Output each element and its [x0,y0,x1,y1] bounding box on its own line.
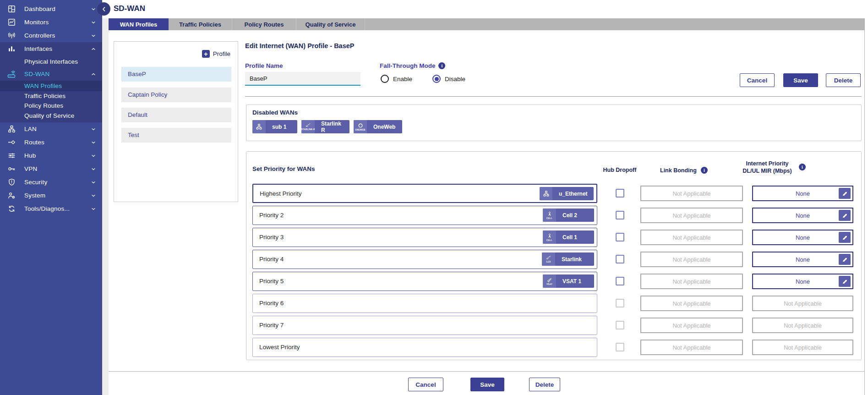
sidebar-item-label: Security [24,179,47,186]
tab-wan-profiles[interactable]: WAN Profiles [109,18,169,30]
edit-icon[interactable] [839,188,851,199]
sidebar-item-label: Controllers [24,32,55,39]
sidebar-item-interfaces[interactable]: Interfaces [0,42,102,55]
sidebar-item-label: Quality of Service [24,112,74,119]
info-icon[interactable] [799,164,806,170]
info-icon[interactable] [701,167,708,174]
edit-icon[interactable] [839,232,851,243]
sidebar-item-sdwan[interactable]: SD-WAN [0,67,102,81]
tab-quality-of-service[interactable]: Quality of Service [296,18,365,30]
sidebar-item-traffic-policies[interactable]: Traffic Policies [0,91,102,101]
tab-label: WAN Profiles [120,21,158,28]
cell-icon: CELL [543,230,556,244]
collapse-sidebar-button[interactable] [97,2,110,16]
wan-chip-u-ethernet[interactable]: u_Ethernet [540,187,594,200]
tab-label: Policy Routes [245,21,284,28]
priority-slot[interactable]: Priority 4 LEO Starlink [252,250,597,269]
profile-list-item[interactable]: Default [121,108,231,122]
internet-priority-field[interactable]: None [752,252,853,267]
tab-label: Quality of Service [306,21,356,28]
content-right-border [864,18,865,395]
chevron-down-icon [91,166,97,172]
page-title: SD-WAN [114,4,145,13]
priority-slot[interactable]: Lowest Priority [252,338,597,357]
editor-title: Edit Internet (WAN) Profile - BaseP [245,42,354,49]
plus-icon [202,50,210,58]
tools-diagnostics-icon [7,204,16,214]
wan-chip-starlink-r[interactable]: STARLINK-R Starlink R [301,120,349,133]
priority-row-4: Priority 4 LEO Starlink Not Applicable N… [246,250,861,269]
sidebar-item-tools-diagnostics[interactable]: Tools/Diagnos... [0,202,102,215]
profile-list-item[interactable]: BaseP [121,67,231,82]
sidebar-item-routes[interactable]: Routes [0,136,102,149]
ethernet-icon [252,120,266,133]
save-button-bottom[interactable]: Save [470,378,504,391]
hub-dropoff-checkbox[interactable] [616,211,624,219]
priority-slot[interactable]: Priority 2 CELL Cell 2 [252,206,597,225]
sidebar-item-monitors[interactable]: Monitors [0,16,102,29]
priority-label: Priority 7 [259,316,284,334]
wan-chip-cell-1[interactable]: CELL Cell 1 [543,230,594,244]
profile-list-item[interactable]: Test [121,128,231,143]
hub-dropoff-checkbox[interactable] [616,277,624,285]
sidebar-item-wan-profiles[interactable]: WAN Profiles [0,81,102,91]
hub-dropoff-checkbox[interactable] [616,233,624,241]
cancel-button-bottom[interactable]: Cancel [408,378,443,391]
edit-icon[interactable] [839,276,851,287]
sidebar-nav: Dashboard Monitors Controllers Interface… [0,0,102,395]
cancel-button-top[interactable]: Cancel [740,73,775,87]
priority-label: Lowest Priority [259,338,300,356]
sidebar-item-vpn[interactable]: VPN [0,162,102,176]
internet-priority-field[interactable]: None [752,274,853,289]
link-bonding-field: Not Applicable [640,252,743,267]
chevron-down-icon [91,192,97,198]
internet-priority-value: None [796,256,810,263]
sidebar-item-hub[interactable]: Hub [0,149,102,162]
delete-button-bottom[interactable]: Delete [529,378,560,391]
priority-slot[interactable]: Highest Priority u_Ethernet [252,184,597,203]
internet-priority-field[interactable]: None [752,186,853,201]
sidebar-item-security[interactable]: Security [0,176,102,189]
sidebar-item-dashboard[interactable]: Dashboard [0,2,102,16]
wan-chip-vsat-1[interactable]: VSAT VSAT 1 [543,274,594,288]
edit-icon[interactable] [839,254,851,265]
enable-radio[interactable] [381,75,389,83]
link-bonding-field: Not Applicable [640,230,743,245]
internet-priority-field[interactable]: None [752,208,853,223]
wan-chip-cell-2[interactable]: CELL Cell 2 [543,208,594,222]
hub-dropoff-checkbox[interactable] [616,189,624,198]
sidebar-item-quality-of-service[interactable]: Quality of Service [0,110,102,121]
sidebar-item-label: Traffic Policies [24,93,66,99]
sidebar-item-system[interactable]: System [0,189,102,202]
wan-chip-starlink[interactable]: LEO Starlink [542,252,594,266]
priority-slot[interactable]: Priority 3 CELL Cell 1 [252,228,597,247]
sdwan-settings-screen: Dashboard Monitors Controllers Interface… [0,0,868,395]
priority-row-6: Priority 6 Not Applicable Not Applicable [246,294,861,313]
wan-chip-oneweb[interactable]: ONEWEB OneWeb [354,120,402,133]
profile-name-input[interactable] [245,72,360,86]
internet-priority-field[interactable]: None [752,230,853,245]
profile-list-item[interactable]: Captain Policy [121,88,231,102]
tab-policy-routes[interactable]: Policy Routes [232,18,296,30]
delete-button-top[interactable]: Delete [826,73,861,87]
chevron-down-icon [91,33,97,38]
tab-traffic-policies[interactable]: Traffic Policies [169,18,232,30]
sidebar-item-physical-interfaces[interactable]: Physical Interfaces [0,55,102,67]
oneweb-icon: ONEWEB [354,120,367,133]
hub-dropoff-checkbox [616,343,624,351]
priority-slot[interactable]: Priority 5 VSAT VSAT 1 [252,272,597,291]
info-icon[interactable] [438,62,445,69]
sidebar-item-policy-routes[interactable]: Policy Routes [0,101,102,110]
sidebar-item-controllers[interactable]: Controllers [0,29,102,42]
sidebar-item-lan[interactable]: LAN [0,122,102,136]
edit-icon[interactable] [839,210,851,221]
save-button-top[interactable]: Save [783,73,818,87]
disable-radio[interactable] [432,75,441,83]
wan-chip-sub1[interactable]: sub 1 [252,120,297,133]
dashboard-icon [7,5,16,14]
internet-priority-value: None [796,234,810,241]
priority-slot[interactable]: Priority 6 [252,294,597,313]
priority-slot[interactable]: Priority 7 [252,316,597,335]
add-profile-button[interactable]: Profile [202,50,230,58]
hub-dropoff-checkbox[interactable] [616,255,624,263]
